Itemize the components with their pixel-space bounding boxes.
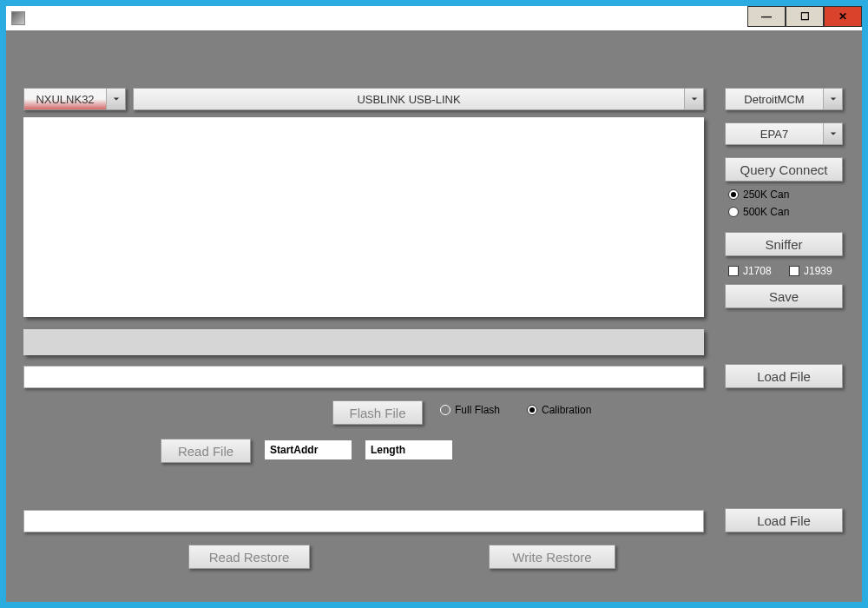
chevron-down-icon	[823, 89, 842, 109]
start-addr-label: StartAddr	[270, 444, 318, 456]
adapter-value: NXULNK32	[24, 93, 106, 106]
j1939-checkbox[interactable]: J1939	[789, 265, 832, 277]
close-button[interactable]: ✕	[824, 6, 862, 27]
load-file2-label: Load File	[757, 513, 811, 528]
device-dropdown[interactable]: USBLINK USB-LINK	[133, 88, 704, 110]
j1708-label: J1708	[743, 265, 772, 277]
query-connect-button[interactable]: Query Connect	[725, 157, 843, 182]
radio-icon	[440, 405, 450, 415]
sniffer-label: Sniffer	[765, 237, 802, 252]
read-restore-button[interactable]: Read Restore	[188, 545, 310, 569]
minimize-icon: —	[761, 10, 772, 23]
app-window: — ☐ ✕ NXULNK32 USBLINK USB-LINK DetroitM…	[5, 5, 863, 603]
write-restore-button[interactable]: Write Restore	[489, 545, 615, 569]
chevron-down-icon	[106, 89, 125, 109]
read-file-label: Read File	[178, 444, 233, 459]
titlebar: — ☐ ✕	[6, 6, 862, 30]
calibration-radio[interactable]: Calibration	[527, 404, 591, 416]
save-label: Save	[769, 289, 799, 304]
can500-radio[interactable]: 500K Can	[728, 206, 789, 218]
read-file-button[interactable]: Read File	[161, 439, 251, 463]
minimize-button[interactable]: —	[747, 6, 786, 27]
start-addr-input[interactable]: StartAddr	[265, 440, 352, 459]
ecu-dropdown[interactable]: DetroitMCM	[725, 88, 843, 110]
epa-dropdown[interactable]: EPA7	[725, 122, 843, 145]
radio-icon	[527, 405, 537, 415]
can250-label: 250K Can	[743, 188, 789, 201]
j1939-label: J1939	[804, 265, 832, 277]
checkbox-icon	[789, 266, 799, 276]
read-restore-label: Read Restore	[209, 550, 290, 565]
query-connect-label: Query Connect	[740, 162, 828, 177]
radio-icon	[728, 189, 739, 200]
close-icon: ✕	[838, 10, 847, 23]
can500-label: 500K Can	[743, 206, 789, 218]
save-button[interactable]: Save	[725, 284, 843, 308]
full-flash-radio[interactable]: Full Flash	[440, 404, 500, 416]
sniffer-button[interactable]: Sniffer	[725, 232, 843, 256]
app-icon	[11, 11, 25, 25]
client-area: NXULNK32 USBLINK USB-LINK DetroitMCM EPA…	[6, 30, 862, 602]
restore-path-input[interactable]	[23, 510, 704, 532]
adapter-dropdown[interactable]: NXULNK32	[23, 88, 126, 110]
radio-icon	[728, 207, 739, 217]
flash-file-label: Flash File	[349, 406, 405, 420]
calibration-label: Calibration	[542, 404, 591, 416]
full-flash-label: Full Flash	[455, 404, 500, 416]
checkbox-icon	[728, 266, 739, 276]
load-file2-button[interactable]: Load File	[725, 508, 843, 532]
length-input[interactable]: Length	[365, 440, 452, 459]
load-file-label: Load File	[757, 369, 811, 384]
epa-value: EPA7	[726, 128, 823, 141]
log-textarea[interactable]	[23, 117, 704, 317]
ecu-value: DetroitMCM	[726, 93, 823, 106]
maximize-icon: ☐	[800, 10, 810, 23]
load-file-button[interactable]: Load File	[725, 364, 843, 388]
can250-radio[interactable]: 250K Can	[728, 188, 789, 201]
maximize-button[interactable]: ☐	[786, 6, 824, 27]
flash-file-button[interactable]: Flash File	[332, 400, 423, 425]
chevron-down-icon	[823, 123, 842, 144]
j1708-checkbox[interactable]: J1708	[728, 265, 772, 277]
write-restore-label: Write Restore	[512, 550, 591, 565]
chevron-down-icon	[684, 89, 703, 109]
file-path-input[interactable]	[23, 366, 704, 388]
length-label: Length	[371, 444, 405, 456]
window-controls: — ☐ ✕	[747, 6, 862, 27]
device-value: USBLINK USB-LINK	[134, 93, 684, 106]
progress-bar	[23, 329, 704, 355]
